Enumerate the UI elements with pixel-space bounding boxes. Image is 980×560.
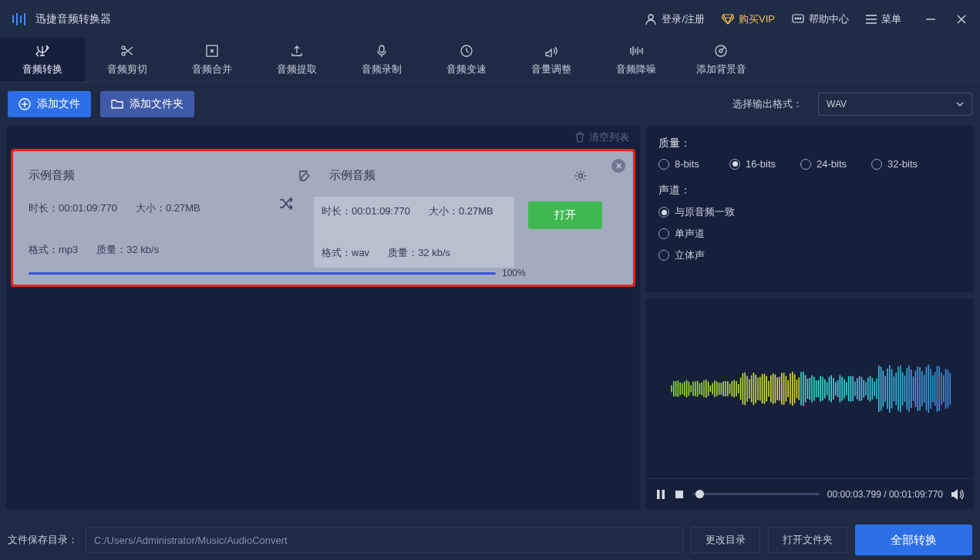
svg-rect-186 — [675, 491, 683, 498]
login-link[interactable]: 登录/注册 — [645, 12, 705, 26]
user-icon — [645, 13, 657, 25]
footer-bar: 文件保存目录： C:/Users/Administrator/Music/Aud… — [0, 520, 980, 560]
channel-option[interactable]: 单声道 — [658, 227, 961, 241]
channel-option[interactable]: 立体声 — [658, 248, 961, 262]
logo-group: 迅捷音频转换器 — [11, 11, 111, 28]
convert-arrow-icon — [278, 197, 295, 211]
diamond-icon — [722, 14, 734, 25]
channel-title: 声道： — [658, 184, 961, 197]
add-file-label: 添加文件 — [37, 97, 80, 111]
seek-knob[interactable] — [695, 490, 704, 498]
seek-slider[interactable] — [692, 493, 820, 495]
close-button[interactable] — [954, 12, 969, 27]
radio-icon — [658, 228, 669, 239]
add-file-button[interactable]: 添加文件 — [8, 91, 91, 117]
tool-tab-7[interactable]: 音频降噪 — [594, 38, 679, 82]
tool-icon — [204, 44, 220, 58]
tool-icon — [544, 44, 559, 58]
clear-list-link[interactable]: 清空列表 — [575, 130, 629, 144]
tool-icon — [374, 44, 389, 58]
output-format-label: 选择输出格式： — [732, 97, 803, 111]
menu-link[interactable]: 菜单 — [866, 12, 901, 26]
svg-rect-184 — [657, 490, 660, 499]
radio-icon — [729, 159, 740, 170]
vip-link[interactable]: 购买VIP — [722, 12, 775, 26]
channel-option[interactable]: 与原音频一致 — [658, 205, 961, 219]
tool-tab-1[interactable]: 音频剪切 — [85, 38, 170, 82]
open-folder-button[interactable]: 打开文件夹 — [768, 527, 847, 553]
svg-point-180 — [943, 388, 945, 390]
tool-tab-3[interactable]: 音频提取 — [254, 38, 339, 82]
tool-label: 音频合并 — [192, 62, 232, 76]
item-progress-percent: 100% — [502, 268, 618, 278]
output-format-select[interactable]: WAV — [818, 93, 972, 116]
radio-label: 24-bits — [817, 158, 847, 170]
svg-point-152 — [891, 388, 892, 390]
output-settings-panel: 质量： 8-bits16-bits24-bits32-bits 声道： 与原音频… — [646, 126, 974, 292]
volume-icon[interactable] — [951, 488, 965, 501]
svg-point-54 — [709, 388, 711, 390]
login-label: 登录/注册 — [662, 12, 705, 26]
convert-all-button[interactable]: 全部转换 — [855, 525, 972, 555]
tool-label: 音频提取 — [277, 62, 317, 76]
add-folder-button[interactable]: 添加文件夹 — [100, 91, 194, 117]
tool-tab-5[interactable]: 音频变速 — [424, 38, 509, 82]
quality-option[interactable]: 8-bits — [658, 158, 729, 170]
vip-label: 购买VIP — [739, 12, 775, 26]
quality-option[interactable]: 24-bits — [800, 158, 871, 170]
plus-circle-icon — [19, 98, 31, 110]
tool-tab-2[interactable]: 音频合并 — [170, 38, 254, 82]
svg-point-82 — [761, 388, 763, 390]
chevron-down-icon — [956, 102, 964, 106]
tool-label: 添加背景音 — [696, 62, 746, 76]
quality-option[interactable]: 32-bits — [871, 158, 942, 170]
svg-point-68 — [736, 388, 737, 390]
tool-icon — [289, 44, 305, 58]
tool-label: 音频录制 — [362, 62, 402, 76]
quality-title: 质量： — [658, 137, 961, 150]
help-link[interactable]: 帮助中心 — [792, 12, 849, 26]
radio-label: 16-bits — [746, 158, 776, 170]
waveform-display — [646, 299, 974, 478]
svg-point-173 — [930, 388, 931, 390]
radio-label: 32-bits — [887, 158, 918, 170]
save-dir-field[interactable]: C:/Users/Administrator/Music/AudioConver… — [86, 527, 683, 553]
tool-tab-6[interactable]: 音量调整 — [509, 38, 594, 82]
tool-tab-8[interactable]: 添加背景音 — [679, 38, 763, 82]
rename-icon[interactable] — [298, 170, 311, 182]
tool-icon — [120, 44, 135, 58]
minimize-button[interactable] — [923, 12, 938, 27]
tool-tab-4[interactable]: 音频录制 — [339, 38, 424, 82]
remove-item-button[interactable]: ✕ — [611, 159, 625, 173]
add-folder-label: 添加文件夹 — [130, 97, 184, 111]
radio-icon — [658, 159, 669, 170]
change-dir-button[interactable]: 更改目录 — [691, 527, 760, 553]
svg-point-96 — [787, 388, 789, 390]
tool-icon — [628, 44, 644, 58]
radio-icon — [800, 159, 811, 170]
target-info: 时长：00:01:09:770 大小：0.27MB 格式：wav 质量：32 k… — [314, 197, 514, 268]
stop-button[interactable] — [674, 489, 685, 500]
quality-option[interactable]: 16-bits — [729, 158, 800, 170]
title-bar: 迅捷音频转换器 登录/注册 购买VIP 帮助中心 菜单 — [0, 0, 980, 38]
tool-tab-0[interactable]: 音频转换 — [0, 38, 85, 82]
svg-point-40 — [684, 388, 685, 390]
svg-point-16 — [122, 52, 125, 56]
tool-icon — [713, 44, 729, 58]
open-result-button[interactable]: 打开 — [528, 201, 602, 229]
svg-point-117 — [826, 388, 827, 390]
svg-point-15 — [122, 46, 125, 49]
tool-label: 音量调整 — [531, 62, 571, 76]
svg-point-166 — [917, 388, 918, 390]
item-settings-icon[interactable] — [574, 170, 587, 182]
file-list-panel: 清空列表 ✕ 示例音频 示例音频 — [6, 126, 640, 509]
svg-point-4 — [648, 15, 653, 19]
action-bar: 添加文件 添加文件夹 选择输出格式： WAV — [0, 83, 980, 126]
tool-label: 音频转换 — [22, 62, 62, 76]
file-item[interactable]: ✕ 示例音频 示例音频 时长：00:01:09:770 — [13, 151, 633, 285]
svg-point-124 — [839, 388, 840, 390]
tool-label: 音频剪切 — [107, 62, 147, 76]
radio-label: 立体声 — [675, 248, 705, 262]
svg-point-145 — [878, 388, 880, 390]
pause-button[interactable] — [655, 489, 666, 500]
